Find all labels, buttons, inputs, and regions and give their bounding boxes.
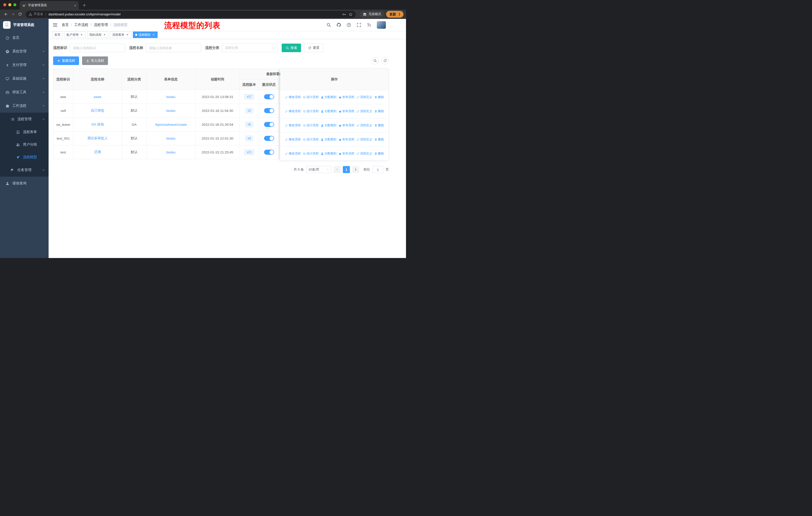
sidebar-item-process-management[interactable]: 流程管理 bbox=[0, 113, 49, 126]
row-action-assign[interactable]: 分配规则 bbox=[321, 152, 337, 156]
active-toggle[interactable] bbox=[264, 136, 274, 141]
row-action-delete[interactable]: 删除 bbox=[374, 152, 384, 156]
tag-my-process[interactable]: 我的流程 × bbox=[87, 31, 109, 38]
font-size-icon[interactable] bbox=[367, 23, 371, 27]
active-toggle[interactable] bbox=[264, 108, 274, 113]
process-name-link[interactable]: OA 请假 bbox=[91, 123, 104, 126]
active-toggle[interactable] bbox=[264, 94, 274, 99]
row-action-definition[interactable]: 流程定义 bbox=[356, 95, 372, 99]
sidebar-item-infrastructure[interactable]: 基础设施 bbox=[0, 72, 49, 85]
process-name-link[interactable]: 滔博 bbox=[94, 150, 101, 154]
row-action-design[interactable]: 设计流程 bbox=[303, 95, 319, 99]
row-action-edit[interactable]: 修改流程 bbox=[285, 95, 301, 99]
row-action-design[interactable]: 设计流程 bbox=[303, 123, 319, 128]
menu-dots-icon[interactable]: ⋮ bbox=[398, 12, 401, 17]
next-page-button[interactable] bbox=[352, 166, 359, 173]
form-info-link[interactable]: biubiu bbox=[166, 137, 175, 140]
hamburger-icon[interactable] bbox=[53, 22, 58, 27]
active-toggle[interactable] bbox=[264, 122, 274, 127]
page-size-select[interactable]: 10条/页 bbox=[306, 166, 331, 173]
row-action-edit[interactable]: 修改流程 bbox=[285, 123, 301, 128]
row-action-delete[interactable]: 删除 bbox=[374, 95, 384, 99]
row-action-delete[interactable]: 删除 bbox=[374, 123, 384, 128]
row-action-publish[interactable]: 发布流程 bbox=[339, 137, 354, 142]
sidebar-item-process-form[interactable]: 流程表单 bbox=[0, 126, 49, 138]
category-select[interactable]: 流程分类 bbox=[222, 44, 278, 52]
row-action-design[interactable]: 设计流程 bbox=[303, 152, 319, 156]
github-icon[interactable] bbox=[337, 23, 341, 27]
row-action-delete[interactable]: 删除 bbox=[374, 137, 384, 142]
form-info-link[interactable]: biubiu bbox=[166, 151, 175, 154]
row-action-definition[interactable]: 流程定义 bbox=[356, 152, 372, 156]
tag-close-icon[interactable]: × bbox=[152, 33, 155, 36]
minimize-window-button[interactable] bbox=[8, 3, 11, 6]
row-action-assign[interactable]: 分配规则 bbox=[321, 137, 337, 142]
close-window-button[interactable] bbox=[3, 3, 6, 6]
row-action-definition[interactable]: 流程定义 bbox=[356, 137, 372, 142]
forward-button[interactable] bbox=[9, 11, 16, 18]
form-info-link[interactable]: biubiu bbox=[166, 95, 175, 99]
search-button[interactable]: 搜索 bbox=[282, 44, 301, 52]
row-action-publish[interactable]: 发布流程 bbox=[339, 152, 354, 156]
row-action-edit[interactable]: 修改流程 bbox=[285, 137, 301, 142]
process-name-input[interactable] bbox=[146, 44, 201, 52]
sidebar-item-process-model[interactable]: 流程模型 bbox=[0, 151, 49, 164]
fullscreen-icon[interactable] bbox=[357, 23, 361, 27]
import-process-button[interactable]: 导入流程 bbox=[82, 56, 108, 65]
search-icon[interactable] bbox=[326, 23, 331, 27]
row-action-assign[interactable]: 分配规则 bbox=[321, 109, 337, 113]
row-action-edit[interactable]: 修改流程 bbox=[285, 152, 301, 156]
row-action-assign[interactable]: 分配规则 bbox=[321, 123, 337, 128]
bookmark-star-icon[interactable] bbox=[349, 12, 353, 17]
password-key-icon[interactable] bbox=[342, 12, 346, 17]
row-action-assign[interactable]: 分配规则 bbox=[321, 95, 337, 99]
tag-close-icon[interactable]: × bbox=[125, 33, 129, 36]
browser-update-button[interactable]: 更新 ⋮ bbox=[386, 11, 404, 18]
user-avatar[interactable] bbox=[377, 21, 386, 29]
tag-process-model[interactable]: 流程模型 × bbox=[133, 31, 157, 38]
current-page[interactable]: 1 bbox=[343, 166, 350, 173]
sidebar-item-payment-management[interactable]: ¥ 支付管理 bbox=[0, 58, 49, 72]
back-button[interactable] bbox=[2, 11, 9, 18]
process-key-input[interactable] bbox=[70, 44, 125, 52]
form-info-link[interactable]: /bpm/oa/leave/create bbox=[155, 123, 187, 127]
reset-button[interactable]: 重置 bbox=[304, 44, 323, 52]
form-info-link[interactable]: biubiu bbox=[166, 109, 175, 113]
tag-home[interactable]: 首页 bbox=[52, 31, 63, 38]
prev-page-button[interactable] bbox=[334, 166, 341, 173]
reload-button[interactable] bbox=[17, 11, 23, 18]
sidebar-item-home[interactable]: 首页 bbox=[0, 31, 49, 45]
breadcrumb-item[interactable]: 工作流程 bbox=[74, 23, 88, 27]
tag-close-icon[interactable]: × bbox=[103, 33, 106, 36]
help-icon[interactable] bbox=[347, 23, 351, 27]
address-bar[interactable]: 不安全 dashboard.yudao.iocoder.cn/bpm/manag… bbox=[26, 11, 356, 18]
tag-process-form[interactable]: 流程表单 × bbox=[110, 31, 132, 38]
toggle-search-button[interactable] bbox=[371, 57, 379, 64]
row-action-design[interactable]: 设计流程 bbox=[303, 137, 319, 142]
tab-close-icon[interactable]: × bbox=[74, 3, 76, 7]
zoom-window-button[interactable] bbox=[13, 3, 17, 6]
sidebar-item-system-management[interactable]: 系统管理 bbox=[0, 45, 49, 58]
refresh-table-button[interactable] bbox=[381, 57, 389, 64]
row-action-delete[interactable]: 删除 bbox=[374, 109, 384, 113]
sidebar-item-user-group[interactable]: 用户分组 bbox=[0, 138, 49, 151]
sidebar-item-leave-query[interactable]: 请假查询 bbox=[0, 176, 49, 190]
process-name-link[interactable]: eeee bbox=[94, 95, 101, 99]
breadcrumb-item[interactable]: 流程管理 bbox=[94, 23, 108, 27]
tag-tenant-management[interactable]: 租户管理 × bbox=[64, 31, 86, 38]
row-action-edit[interactable]: 修改流程 bbox=[285, 109, 301, 113]
row-action-publish[interactable]: 发布流程 bbox=[339, 95, 354, 99]
row-action-publish[interactable]: 发布流程 bbox=[339, 109, 354, 113]
security-chip[interactable]: 不安全 bbox=[29, 12, 43, 17]
row-action-design[interactable]: 设计流程 bbox=[303, 109, 319, 113]
active-toggle[interactable] bbox=[264, 150, 274, 155]
sidebar-logo[interactable]: 芋道管理系统 bbox=[0, 19, 49, 31]
url-text[interactable]: dashboard.yudao.iocoder.cn/bpm/manager/m… bbox=[49, 12, 341, 16]
process-name-link[interactable]: 自己审批 bbox=[91, 109, 105, 112]
sidebar-item-dev-tools[interactable]: 研发工具 bbox=[0, 85, 49, 99]
new-tab-button[interactable]: + bbox=[81, 2, 88, 9]
sidebar-item-task-management[interactable]: 任务管理 bbox=[0, 164, 49, 176]
tag-close-icon[interactable]: × bbox=[80, 33, 83, 36]
goto-page-input[interactable] bbox=[372, 166, 383, 173]
row-action-definition[interactable]: 流程定义 bbox=[356, 109, 372, 113]
